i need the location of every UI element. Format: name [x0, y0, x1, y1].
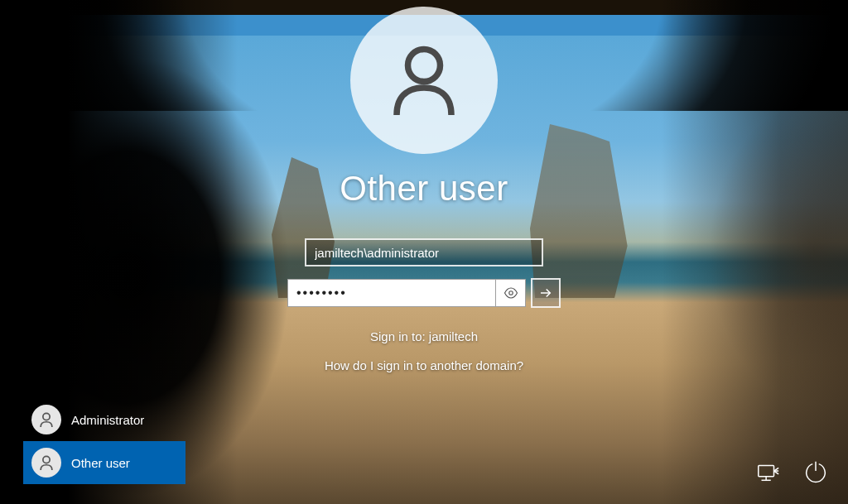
login-heading: Other user	[340, 169, 508, 209]
power-icon	[803, 459, 828, 484]
user-tile-avatar	[31, 405, 61, 434]
power-button[interactable]	[802, 458, 830, 486]
person-icon	[37, 410, 55, 429]
domain-help-link[interactable]: How do I sign in to another domain?	[325, 358, 523, 372]
user-tile-label: Administrator	[71, 413, 144, 427]
user-tile-other-user[interactable]: Other user	[23, 441, 186, 484]
svg-rect-5	[759, 466, 774, 477]
ease-of-access-icon	[755, 459, 780, 484]
submit-button[interactable]	[531, 278, 561, 308]
sign-in-target: Sign in to: jamiltech	[370, 329, 478, 343]
user-list: Administrator Other user	[23, 398, 186, 484]
person-icon	[384, 41, 464, 120]
user-tile-label: Other user	[71, 456, 130, 470]
svg-point-4	[43, 456, 50, 463]
eye-icon	[504, 286, 518, 300]
svg-point-1	[508, 291, 513, 295]
arrow-right-icon	[538, 286, 553, 300]
password-input[interactable]	[287, 279, 496, 307]
user-tile-administrator[interactable]: Administrator	[23, 398, 186, 441]
ease-of-access-button[interactable]	[754, 458, 782, 486]
username-input[interactable]	[305, 238, 543, 266]
reveal-password-button[interactable]	[496, 279, 526, 307]
person-icon	[37, 454, 55, 472]
user-tile-avatar	[31, 448, 61, 478]
svg-point-0	[408, 50, 441, 82]
svg-point-3	[43, 413, 50, 420]
user-avatar	[350, 7, 498, 154]
